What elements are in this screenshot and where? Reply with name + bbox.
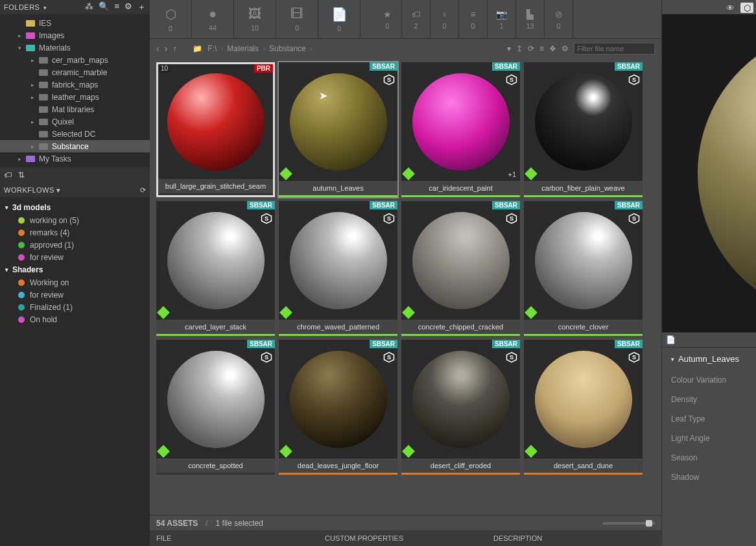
svg-text:S: S — [632, 354, 636, 361]
cube-icon[interactable]: ⬡ — [740, 3, 753, 13]
preview-viewport[interactable] — [662, 14, 756, 332]
nav-forward-icon[interactable]: › — [165, 43, 168, 54]
thumb-size-slider[interactable] — [603, 522, 655, 525]
workflow-item[interactable]: remarks (4) — [5, 226, 145, 239]
tree-item[interactable]: IES — [0, 17, 150, 29]
col-desc[interactable]: DESCRIPTION — [493, 534, 655, 542]
status-diamond-icon — [402, 445, 415, 458]
toolbar-filter[interactable]: 🎞0 — [276, 0, 318, 38]
col-custom[interactable]: CUSTOM PROPERTIES — [325, 534, 493, 542]
workflows-section: ▾3d modelsworking on (5)remarks (4)appro… — [0, 197, 150, 329]
tree-item[interactable]: ▸leather_maps — [0, 91, 150, 103]
workflow-group[interactable]: ▾Shaders — [5, 263, 145, 276]
nav-back-icon[interactable]: ‹ — [156, 43, 159, 54]
toolbar-filter-small[interactable]: 📷1 — [488, 0, 516, 38]
tree-item[interactable]: ▸cer_marb_maps — [0, 54, 150, 66]
asset-card[interactable]: SBSARSdesert_cliff_eroded — [401, 340, 520, 475]
asset-card[interactable]: SBSARSconcrete_clover — [524, 201, 643, 336]
status-bar: 54 ASSETS / 1 file selected — [150, 515, 661, 530]
list-icon[interactable]: ≡ — [114, 1, 119, 13]
asset-card[interactable]: SBSARScarbon_fiber_plain_weave — [524, 62, 643, 197]
tree-item[interactable]: ▸Substance — [0, 140, 150, 152]
workflow-item[interactable]: for review — [5, 251, 145, 263]
toolbar-filter[interactable]: 🖼10 — [234, 0, 276, 38]
top-toolbar: ⬡0●44🖼10🎞0📄0★0🏷2♀0≡0📷1▙13⊘0 — [150, 0, 661, 39]
toolbar-filter-small[interactable]: ≡0 — [459, 0, 488, 38]
tree-item[interactable]: ▸My Tasks — [0, 152, 150, 165]
toolbar-filter-small[interactable]: 🏷2 — [402, 0, 431, 38]
asset-card[interactable]: SBSARS➤autumn_Leaves — [279, 62, 397, 197]
preview-tools: 📄 — [662, 332, 756, 348]
asset-card[interactable]: SBSARSconcrete_chipped_cracked — [401, 201, 520, 336]
workflow-item[interactable]: approved (1) — [5, 239, 145, 251]
toolbar-filter[interactable]: 📄0 — [318, 0, 360, 38]
toolbar-filter-small[interactable]: ▙13 — [516, 0, 545, 38]
asset-card[interactable]: SBSARSdead_leaves_jungle_floor — [279, 340, 397, 475]
nav-row: ‹ › ↑ 📁 F:\›Materials›Substance› ▾ ↥ ⟳ ≡… — [150, 39, 661, 58]
tree-item[interactable]: ▸Images — [0, 29, 150, 42]
asset-card[interactable]: SBSARSchrome_waved_patterned — [279, 201, 397, 336]
asset-card[interactable]: 10PBRbull_large_grain_stitched_seam — [156, 62, 275, 197]
svg-text:S: S — [632, 77, 636, 83]
nav-up-icon[interactable]: ↑ — [172, 43, 177, 54]
eye-icon[interactable]: 👁 — [724, 3, 737, 13]
refresh-icon[interactable]: ⟳ — [528, 44, 534, 53]
gear-icon[interactable]: ⚙ — [561, 44, 569, 53]
asset-card[interactable]: SBSARSdesert_sand_dune — [524, 340, 643, 475]
status-diamond-icon — [157, 306, 170, 319]
dropdown-caret-icon[interactable]: ▾ — [507, 44, 511, 53]
property-item[interactable]: Density — [671, 390, 747, 409]
wand-icon[interactable]: ⁂ — [85, 1, 93, 13]
workflow-item[interactable]: working on (5) — [5, 214, 145, 226]
workflows-header: WORKFLOWS ▾ ⟳ — [0, 183, 150, 197]
property-item[interactable]: Season — [671, 448, 747, 468]
status-diamond-icon — [279, 167, 292, 180]
toolbar-filter-small[interactable]: ♀0 — [431, 0, 459, 38]
refresh-icon[interactable]: ⟳ — [140, 186, 147, 195]
tree-item[interactable]: ▸Quixel — [0, 115, 150, 128]
layers-icon[interactable]: ❖ — [549, 44, 556, 53]
tree-item[interactable]: Selected DC — [0, 128, 150, 140]
search-icon[interactable]: 🔍 — [99, 1, 109, 13]
property-item[interactable]: Light Angle — [671, 429, 747, 448]
properties-panel: ▾ Autumn_Leaves Colour VariationDensityL… — [662, 348, 756, 493]
workflow-item[interactable]: for review — [5, 289, 145, 301]
export-icon[interactable]: ↥ — [516, 44, 523, 53]
toolbar-filter-small[interactable]: ★0 — [373, 0, 402, 38]
breadcrumb[interactable]: F:\›Materials›Substance› — [207, 44, 312, 53]
toolbar-filter[interactable]: ●44 — [192, 0, 234, 38]
asset-card[interactable]: SBSARS+1car_iridescent_paint — [401, 62, 520, 197]
gear-icon[interactable]: ⚙ — [124, 1, 132, 13]
asset-card[interactable]: SBSARSconcrete_spotted — [156, 340, 275, 475]
tag-icon[interactable]: 🏷 — [4, 171, 12, 180]
properties-title[interactable]: ▾ Autumn_Leaves — [671, 354, 747, 364]
plus-icon[interactable]: ＋ — [137, 1, 146, 13]
status-diamond-icon — [402, 306, 415, 319]
workflow-item[interactable]: Finalized (1) — [5, 301, 145, 313]
folder-icon: 📁 — [193, 44, 202, 53]
property-item[interactable]: Colour Variation — [671, 370, 747, 390]
property-item[interactable]: Leaf Type — [671, 409, 747, 429]
property-item[interactable]: Shadow — [671, 468, 747, 487]
workflow-item[interactable]: Working on — [5, 276, 145, 289]
toolbar-filter-small[interactable]: ⊘0 — [545, 0, 573, 38]
tree-item[interactable]: ▸fabrick_maps — [0, 78, 150, 91]
tree-item[interactable]: Mat libraries — [0, 103, 150, 115]
workflow-item[interactable]: On hold — [5, 313, 145, 326]
status-diamond-icon — [157, 445, 170, 458]
status-diamond-icon — [279, 445, 292, 458]
asset-card[interactable]: SBSARScarved_layer_stack — [156, 201, 275, 336]
col-file[interactable]: FILE — [156, 534, 325, 542]
filter-input[interactable] — [574, 43, 655, 54]
svg-text:S: S — [387, 354, 391, 361]
svg-text:S: S — [387, 77, 391, 83]
svg-text:S: S — [510, 77, 514, 83]
tree-item[interactable]: ▾Materials — [0, 42, 150, 54]
document-icon[interactable]: 📄 — [666, 335, 676, 344]
list-icon[interactable]: ≡ — [539, 44, 544, 53]
workflow-group[interactable]: ▾3d models — [5, 201, 145, 214]
tree-item[interactable]: ceramic_marble — [0, 66, 150, 78]
toolbar-filter[interactable]: ⬡0 — [150, 0, 192, 38]
sort-icon[interactable]: ⇅ — [18, 171, 25, 180]
status-diamond-icon — [525, 306, 537, 319]
